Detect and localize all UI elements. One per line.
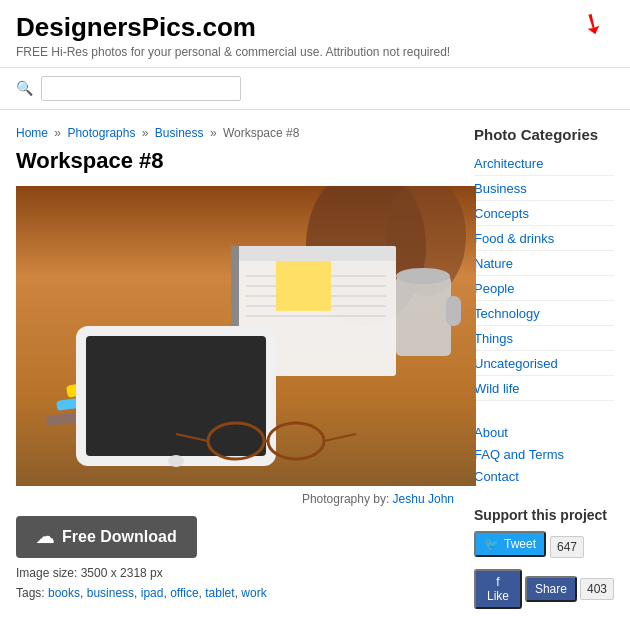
category-wildlife[interactable]: Wild life [474,381,520,396]
category-people[interactable]: People [474,281,514,296]
tweet-row: 🐦 Tweet 647 [474,531,614,563]
list-item: Business [474,176,614,201]
photo-credit: Photography by: Jeshu John [16,492,454,506]
tag-work[interactable]: work [241,586,266,600]
breadcrumb: Home » Photographs » Business » Workspac… [16,126,454,140]
category-concepts[interactable]: Concepts [474,206,529,221]
page-title: Workspace #8 [16,148,454,174]
list-item: Things [474,326,614,351]
category-business[interactable]: Business [474,181,527,196]
photo-container [16,186,454,486]
site-tagline: FREE Hi-Res photos for your personal & c… [16,45,614,59]
category-things[interactable]: Things [474,331,513,346]
search-bar: 🔍 [0,68,630,110]
svg-point-14 [396,268,450,284]
search-input[interactable] [41,76,241,101]
list-item: Nature [474,251,614,276]
image-size: Image size: 3500 x 2318 px [16,566,454,580]
arrow-indicator: ➘ [574,3,610,43]
list-item: Contact [474,465,614,487]
site-header: DesignersPics.com ➘ FREE Hi-Res photos f… [0,0,630,68]
main-content: Home » Photographs » Business » Workspac… [16,126,454,609]
tag-tablet[interactable]: tablet [205,586,234,600]
tag-office[interactable]: office [170,586,198,600]
svg-rect-5 [236,246,396,261]
category-uncategorised[interactable]: Uncategorised [474,356,558,371]
svg-rect-15 [446,296,461,326]
fb-icon: f [496,575,499,589]
photographer-link[interactable]: Jeshu John [393,492,454,506]
contact-link[interactable]: Contact [474,469,519,484]
list-item: Architecture [474,151,614,176]
breadcrumb-current: Workspace #8 [223,126,299,140]
download-label: Free Download [62,528,177,546]
fb-share-button[interactable]: Share [525,576,577,602]
twitter-icon: 🐦 [484,537,499,551]
tags-section: Tags: books, business, ipad, office, tab… [16,586,454,600]
sidebar: Photo Categories Architecture Business C… [474,126,614,609]
breadcrumb-home[interactable]: Home [16,126,48,140]
tag-books[interactable]: books [48,586,80,600]
fb-like-button[interactable]: f Like [474,569,522,609]
tag-ipad[interactable]: ipad [141,586,164,600]
faq-link[interactable]: FAQ and Terms [474,447,564,462]
workspace-photo [16,186,476,486]
list-item: Technology [474,301,614,326]
svg-point-21 [168,455,184,467]
site-title: DesignersPics.com [16,12,256,42]
sidebar-links: About FAQ and Terms Contact [474,421,614,487]
list-item: About [474,421,614,443]
tweet-label: Tweet [504,537,536,551]
category-list: Architecture Business Concepts Food & dr… [474,151,614,401]
svg-rect-12 [276,261,331,311]
category-food-drinks[interactable]: Food & drinks [474,231,554,246]
category-technology[interactable]: Technology [474,306,540,321]
fb-count: 403 [580,578,614,600]
categories-title: Photo Categories [474,126,614,143]
list-item: People [474,276,614,301]
fb-like-label: Like [487,589,509,603]
svg-rect-13 [396,276,451,356]
category-nature[interactable]: Nature [474,256,513,271]
download-button[interactable]: ☁ Free Download [16,516,197,558]
list-item: Wild life [474,376,614,401]
tweet-count: 647 [550,536,584,558]
category-architecture[interactable]: Architecture [474,156,543,171]
list-item: Uncategorised [474,351,614,376]
list-item: Food & drinks [474,226,614,251]
search-icon: 🔍 [16,80,33,96]
support-title: Support this project [474,507,614,523]
about-link[interactable]: About [474,425,508,440]
download-icon: ☁ [36,526,54,548]
facebook-row: f Like Share 403 [474,569,614,609]
breadcrumb-business[interactable]: Business [155,126,204,140]
list-item: FAQ and Terms [474,443,614,465]
fb-share-label: Share [535,582,567,596]
list-item: Concepts [474,201,614,226]
tags-label: Tags: [16,586,48,600]
tweet-button[interactable]: 🐦 Tweet [474,531,546,557]
svg-rect-20 [86,336,266,456]
tag-business[interactable]: business [87,586,134,600]
breadcrumb-photographs[interactable]: Photographs [67,126,135,140]
